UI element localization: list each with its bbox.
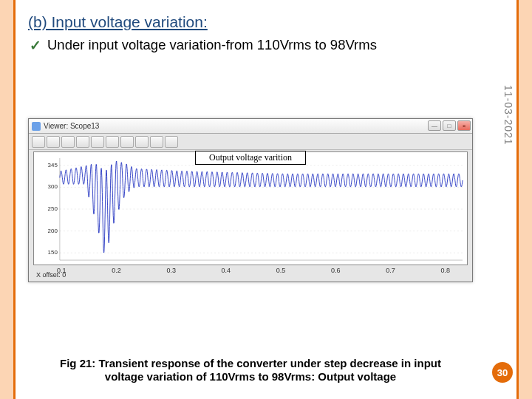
- section-title: (b) Input voltage variation:: [28, 13, 504, 31]
- maximize-button[interactable]: □: [443, 120, 456, 131]
- tool-zoom-in-icon[interactable]: [61, 136, 75, 148]
- bullet-item: ✓ Under input voltage variation-from 110…: [28, 37, 504, 53]
- x-tick: 0.1: [57, 267, 66, 279]
- x-axis-ticks: 0.1 0.2 0.3 0.4 0.5 0.6 0.7 0.8: [33, 267, 468, 279]
- plot-title: Output voltage varition: [195, 151, 306, 165]
- x-tick: 0.8: [440, 267, 450, 279]
- svg-text:200: 200: [48, 228, 58, 234]
- scope-window: Viewer: Scope13 — □ × Out: [28, 118, 473, 282]
- window-title: Viewer: Scope13: [44, 122, 99, 130]
- tool-print-icon[interactable]: [32, 136, 45, 148]
- page-number-badge: 30: [492, 362, 513, 383]
- minimize-button[interactable]: —: [428, 120, 441, 131]
- svg-text:345: 345: [48, 162, 58, 168]
- tool-autoscale-icon[interactable]: [120, 136, 134, 148]
- svg-text:150: 150: [48, 249, 58, 256]
- x-tick: 0.7: [386, 267, 395, 279]
- checkmark-icon: ✓: [30, 38, 41, 54]
- svg-text:300: 300: [48, 183, 58, 190]
- tool-zoom-out-icon[interactable]: [76, 136, 89, 148]
- slide-content: (b) Input voltage variation: ✓ Under inp…: [13, 0, 519, 399]
- x-tick: 0.4: [222, 267, 231, 279]
- tool-restore-icon[interactable]: [150, 136, 163, 148]
- window-controls: — □ ×: [428, 120, 471, 131]
- app-icon: [32, 122, 41, 131]
- tool-zoom-y-icon[interactable]: [106, 136, 119, 148]
- x-tick: 0.2: [112, 267, 121, 279]
- tool-save-icon[interactable]: [135, 136, 149, 148]
- tool-zoom-x-icon[interactable]: [91, 136, 104, 148]
- x-tick: 0.3: [166, 267, 176, 279]
- slide: (b) Input voltage variation: ✓ Under inp…: [0, 0, 532, 399]
- waveform-plot: 345 300 250 200 150: [34, 152, 467, 265]
- figure-caption: Fig 21: Transient response of the conver…: [55, 357, 446, 385]
- scope-toolbar: [29, 134, 472, 150]
- close-button[interactable]: ×: [457, 120, 471, 131]
- tool-params-icon[interactable]: [47, 136, 60, 148]
- x-tick: 0.5: [276, 267, 286, 279]
- slide-date: 11-03-2021: [502, 85, 514, 146]
- plot-area[interactable]: Output voltage varition 345 300 250: [33, 151, 468, 265]
- window-titlebar[interactable]: Viewer: Scope13 — □ ×: [29, 119, 472, 134]
- tool-float-icon[interactable]: [165, 136, 178, 148]
- bullet-text: Under input voltage variation-from 110Vr…: [47, 37, 377, 52]
- x-tick: 0.6: [331, 267, 341, 279]
- svg-text:250: 250: [48, 205, 58, 212]
